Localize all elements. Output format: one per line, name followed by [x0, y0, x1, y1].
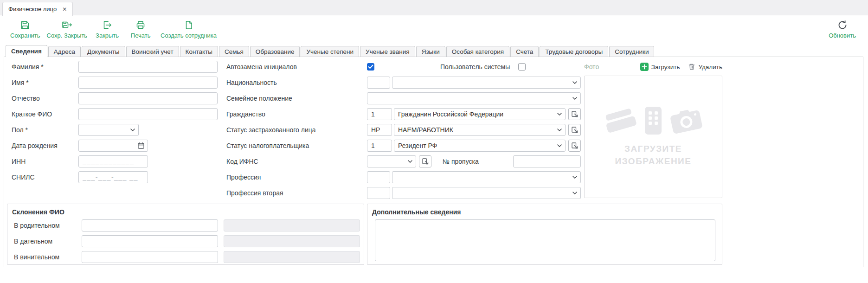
insured-status-select[interactable]: НАЕМ/РАБОТНИК	[394, 124, 566, 136]
tab-adresa[interactable]: Адреса	[48, 46, 81, 57]
left-column: Фамилия * Имя * Отчество Краткое ФИО Пол…	[12, 61, 218, 187]
tab-voinskiy-uchet[interactable]: Воинский учет	[126, 46, 179, 57]
tab-label: Ученые степени	[306, 48, 354, 55]
nationality-code-input[interactable]	[367, 77, 390, 89]
document-tab-label: Физическое лицо	[8, 6, 57, 13]
accusative-input[interactable]	[82, 251, 218, 263]
tab-osobaya-kategoriya[interactable]: Особая категория	[446, 46, 509, 57]
profession-second-code-input[interactable]	[367, 187, 390, 199]
marital-status-select[interactable]	[367, 92, 581, 104]
tab-label: Семья	[225, 48, 244, 55]
tab-dokumenty[interactable]: Документы	[82, 46, 125, 57]
inn-input[interactable]	[78, 155, 148, 167]
citizenship-lookup-button[interactable]	[568, 108, 581, 120]
ifns-lookup-button[interactable]	[419, 155, 431, 167]
chevron-down-icon	[557, 144, 562, 147]
taxpayer-status-lookup-button[interactable]	[568, 140, 581, 152]
tab-label: Особая категория	[452, 48, 504, 55]
tab-scheta[interactable]: Счета	[510, 46, 539, 57]
photo-delete-button[interactable]: Удалить	[688, 63, 722, 71]
birthdate-input[interactable]	[83, 142, 137, 149]
print-label: Печать	[131, 32, 151, 39]
save-close-button[interactable]: Сохр. Закрыть	[47, 19, 88, 39]
insured-status-code-input[interactable]	[367, 124, 392, 136]
photo-upload-label: Загрузить	[651, 64, 680, 71]
tab-close-icon[interactable]: ✕	[62, 6, 67, 12]
refresh-button[interactable]: Обновить	[829, 19, 856, 39]
tab-sotrudniki[interactable]: Сотрудники	[609, 46, 654, 57]
print-button[interactable]: Печать	[127, 19, 154, 39]
tab-label: Ученые звания	[366, 48, 410, 55]
snils-label: СНИЛС	[12, 174, 78, 181]
photo-placeholder-icons	[601, 106, 706, 135]
tab-semya[interactable]: Семья	[219, 46, 249, 57]
snils-input[interactable]	[78, 171, 148, 183]
refresh-icon	[837, 19, 848, 31]
extra-info-textarea[interactable]	[375, 219, 715, 261]
toolbar: Сохранить Сохр. Закрыть Закрыть	[0, 16, 868, 45]
extra-info-panel: Дополнительные сведения	[367, 204, 722, 265]
ifns-code-select[interactable]	[367, 155, 416, 167]
save-button[interactable]: Сохранить	[10, 19, 40, 39]
nationality-select[interactable]	[392, 77, 581, 89]
tab-label: Счета	[516, 48, 533, 55]
taxpayer-status-label: Статус налогоплательщика	[226, 142, 367, 149]
declension-panel: Склонения ФИО В родительном В дательном …	[7, 204, 364, 265]
citizenship-code-input[interactable]	[367, 108, 392, 120]
genitive-input[interactable]	[82, 219, 218, 232]
tab-yazyki[interactable]: Языки	[416, 46, 445, 57]
tab-uchenye-zvaniya[interactable]: Ученые звания	[360, 46, 415, 57]
chevron-down-icon	[572, 97, 577, 100]
birthdate-label: Дата рождения	[12, 142, 78, 149]
short-fio-input[interactable]	[78, 108, 218, 120]
tab-label: Языки	[422, 48, 440, 55]
refresh-label: Обновить	[829, 32, 856, 39]
system-user-label: Пользователь системы	[440, 63, 510, 71]
middle-column: Автозамена инициалов Пользователь систем…	[226, 61, 581, 203]
system-user-checkbox[interactable]	[518, 63, 526, 71]
gender-select[interactable]	[78, 124, 139, 136]
middlename-input[interactable]	[78, 92, 218, 104]
marital-status-label: Семейное положение	[226, 95, 367, 102]
firstname-input[interactable]	[78, 77, 218, 89]
tab-uchenye-stepeni[interactable]: Ученые степени	[301, 46, 359, 57]
photo-dropzone[interactable]: ЗАГРУЗИТЕ ИЗОБРАЖЕНИЕ	[584, 76, 722, 198]
dative-input[interactable]	[82, 235, 218, 247]
tab-trudovye-dogovory[interactable]: Трудовые договоры	[540, 46, 608, 57]
tab-label: Трудовые договоры	[545, 48, 603, 55]
profession-select[interactable]	[392, 171, 581, 183]
tab-label: Контакты	[186, 48, 212, 55]
birthdate-field	[78, 140, 148, 152]
ifns-code-label: Код ИФНС	[226, 158, 367, 165]
tab-svedeniya[interactable]: Сведения	[6, 45, 47, 57]
tab-kontakty[interactable]: Контакты	[180, 46, 218, 57]
citizenship-select[interactable]: Гражданин Российской Федерации	[394, 108, 566, 120]
auto-initials-checkbox[interactable]	[367, 63, 374, 71]
short-fio-label: Краткое ФИО	[12, 110, 78, 118]
chevron-down-icon	[557, 129, 562, 131]
document-tab[interactable]: Физическое лицо ✕	[2, 2, 73, 16]
profession-code-input[interactable]	[367, 171, 390, 183]
profession-second-select[interactable]	[392, 187, 581, 199]
citizenship-label: Гражданство	[226, 110, 367, 118]
genitive-auto-input	[224, 219, 360, 232]
taxpayer-status-code-input[interactable]	[367, 140, 392, 152]
calendar-icon[interactable]	[137, 142, 145, 149]
trash-icon	[688, 63, 695, 71]
declension-title: Склонения ФИО	[7, 204, 364, 219]
lastname-label: Фамилия *	[12, 63, 78, 71]
photo-upload-button[interactable]: Загрузить	[640, 63, 680, 71]
chevron-down-icon	[572, 81, 577, 84]
tab-obrazovanie[interactable]: Образование	[250, 46, 300, 57]
lastname-input[interactable]	[78, 61, 218, 73]
close-button[interactable]: Закрыть	[94, 19, 121, 39]
taxpayer-status-select[interactable]: Резидент РФ	[394, 140, 566, 152]
create-employee-button[interactable]: Создать сотрудника	[161, 19, 217, 39]
camera-icon	[667, 107, 706, 135]
insured-status-lookup-button[interactable]	[568, 124, 581, 136]
dative-label: В дательном	[14, 238, 82, 245]
save-close-label: Сохр. Закрыть	[47, 32, 88, 39]
smartphone-icon	[643, 106, 664, 135]
document-tabstrip: Физическое лицо ✕	[0, 0, 868, 15]
pass-number-input[interactable]	[513, 155, 581, 167]
